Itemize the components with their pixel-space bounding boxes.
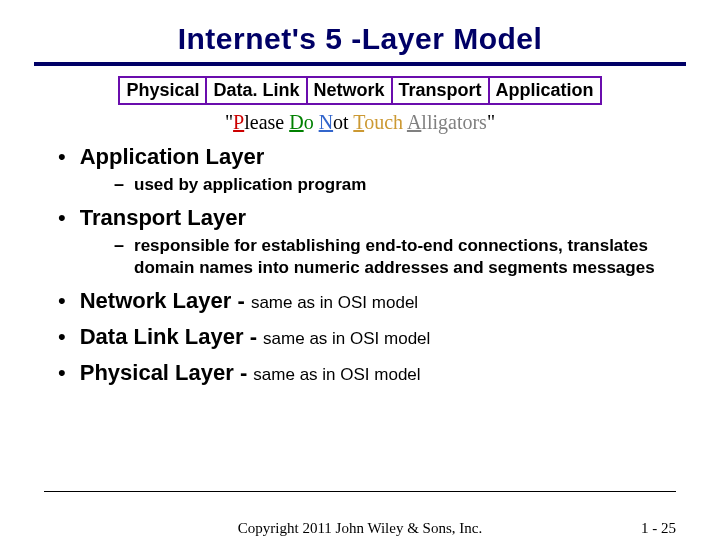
bullet-label: Transport Layer	[80, 205, 246, 230]
mnemonic-letter-p: P	[233, 111, 244, 133]
mnemonic-rest-do: o	[304, 111, 319, 133]
sub-item: – used by application program	[114, 174, 676, 195]
mnemonic-open-quote: "	[225, 111, 233, 133]
mnemonic-rest-alligators: lligators	[421, 111, 487, 133]
bullet-label: Physical Layer -	[80, 360, 254, 385]
mnemonic-text: "Please Do Not Touch Alligators"	[44, 111, 676, 134]
bullet-append: same as in OSI model	[251, 293, 418, 312]
sub-text: responsible for establishing end-to-end …	[134, 235, 676, 278]
sub-item: – responsible for establishing end-to-en…	[114, 235, 676, 278]
layer-table: Physical Data. Link Network Transport Ap…	[118, 76, 601, 105]
layer-cell-transport: Transport	[392, 77, 489, 104]
bullet-label: Application Layer	[80, 144, 265, 169]
sub-text: used by application program	[134, 174, 366, 195]
mnemonic-letter-t: T	[353, 111, 364, 133]
bullet-application: • Application Layer – used by applicatio…	[58, 144, 676, 195]
layer-cell-datalink: Data. Link	[206, 77, 306, 104]
bullet-physical: • Physical Layer - same as in OSI model	[58, 360, 676, 386]
bullet-dot-icon: •	[58, 362, 66, 384]
bullet-label: Network Layer -	[80, 288, 251, 313]
layer-cell-network: Network	[307, 77, 392, 104]
bullet-dot-icon: •	[58, 146, 66, 168]
footer-page-number: 1 - 25	[641, 520, 676, 537]
bullet-label: Data Link Layer -	[80, 324, 263, 349]
footer-divider	[44, 491, 676, 492]
title-underline	[34, 62, 686, 66]
layer-cell-application: Application	[489, 77, 601, 104]
mnemonic-letter-d: D	[289, 111, 303, 133]
mnemonic-rest-not: ot	[333, 111, 353, 133]
slide: Internet's 5 -Layer Model Physical Data.…	[0, 0, 720, 540]
bullet-datalink: • Data Link Layer - same as in OSI model	[58, 324, 676, 350]
bullet-dot-icon: •	[58, 290, 66, 312]
bullet-network: • Network Layer - same as in OSI model	[58, 288, 676, 314]
mnemonic-rest-please: lease	[244, 111, 289, 133]
bullet-dot-icon: •	[58, 207, 66, 229]
dash-icon: –	[114, 235, 124, 256]
sub-list: – used by application program	[58, 174, 676, 195]
footer-copyright: Copyright 2011 John Wiley & Sons, Inc.	[0, 520, 720, 537]
mnemonic-letter-a: A	[407, 111, 421, 133]
mnemonic-close-quote: "	[487, 111, 495, 133]
bullet-transport: • Transport Layer – responsible for esta…	[58, 205, 676, 278]
bullet-append: same as in OSI model	[263, 329, 430, 348]
mnemonic-rest-touch: ouch	[364, 111, 407, 133]
sub-list: – responsible for establishing end-to-en…	[58, 235, 676, 278]
bullet-dot-icon: •	[58, 326, 66, 348]
mnemonic-letter-n: N	[319, 111, 333, 133]
page-title: Internet's 5 -Layer Model	[44, 22, 676, 56]
bullet-append: same as in OSI model	[253, 365, 420, 384]
layer-cell-physical: Physical	[119, 77, 206, 104]
bullet-list: • Application Layer – used by applicatio…	[44, 144, 676, 386]
dash-icon: –	[114, 174, 124, 195]
